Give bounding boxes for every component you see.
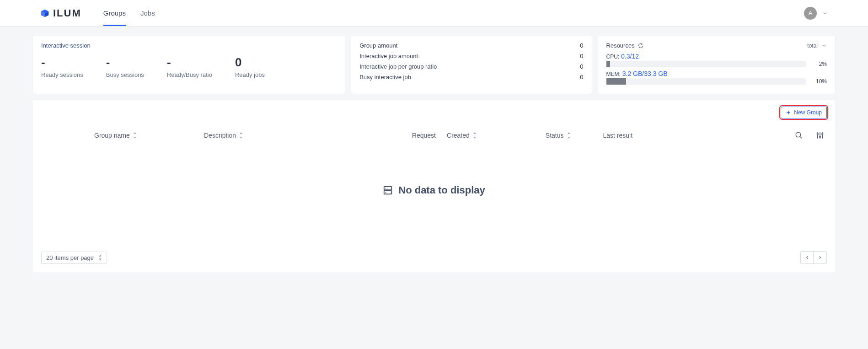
table-card: New Group Group name Description Request…: [33, 100, 835, 272]
stat-ready-jobs: 0 Ready jobs: [235, 55, 265, 78]
topbar: ILUM Groups Jobs A: [0, 0, 868, 27]
col-last-result: Last result: [603, 132, 633, 139]
content: Interactive session - Ready sessions - B…: [0, 27, 868, 281]
metric-busy-job: Busy interactive job0: [359, 74, 583, 81]
cpu-bar-fill: [606, 61, 611, 67]
logo-icon: [40, 9, 49, 18]
svg-rect-5: [384, 191, 392, 194]
table-actions: New Group: [41, 107, 827, 118]
metric-job-amount: Interactive job amount0: [359, 53, 583, 59]
stat-ready-sessions: - Ready sessions: [41, 55, 83, 78]
svg-point-6: [386, 188, 386, 189]
col-request: Request: [412, 132, 436, 139]
avatar[interactable]: A: [804, 7, 817, 20]
session-title: Interactive session: [41, 42, 337, 49]
metric-ratio: Interactive job per group ratio0: [359, 63, 583, 70]
col-created[interactable]: Created: [447, 132, 477, 139]
chevron-down-icon: [821, 43, 827, 48]
svg-point-3: [822, 134, 823, 135]
resources-scope-select[interactable]: total: [807, 43, 827, 49]
col-description[interactable]: Description: [204, 132, 323, 139]
col-group-name[interactable]: Group name: [94, 132, 204, 139]
sort-icon: [133, 132, 137, 139]
nav-tabs: Groups Jobs: [103, 0, 155, 26]
resources-header: Resources total: [606, 42, 827, 49]
settings-icon[interactable]: [816, 131, 824, 140]
svg-point-7: [386, 192, 386, 193]
table-header: Group name Description Request Created S…: [41, 131, 827, 143]
no-data: No data to display: [41, 143, 827, 237]
table-tools: [795, 131, 824, 140]
plus-icon: [786, 110, 791, 115]
svg-rect-4: [384, 187, 392, 190]
logo-text: ILUM: [53, 7, 81, 19]
sort-icon: [567, 132, 571, 139]
resource-cpu: CPU: 0.3/12 2%: [606, 53, 827, 67]
next-page-button[interactable]: [814, 252, 826, 263]
svg-point-2: [819, 136, 820, 138]
mem-bar-fill: [606, 78, 627, 85]
svg-point-1: [817, 134, 818, 135]
stat-ratio: - Ready/Busy ratio: [167, 55, 212, 78]
server-icon: [383, 185, 393, 195]
metrics-list: Group amount0 Interactive job amount0 In…: [359, 42, 583, 81]
session-card: Interactive session - Ready sessions - B…: [33, 36, 345, 94]
updown-icon: [98, 255, 102, 260]
chevron-left-icon: [805, 255, 809, 260]
metrics-card: Group amount0 Interactive job amount0 In…: [351, 36, 591, 94]
resources-card: Resources total CPU: 0.3/12 2% MEM: 3.2 …: [598, 36, 835, 94]
resources-title: Resources: [606, 42, 644, 49]
resource-mem: MEM: 3.2 GB/33.3 GB 10%: [606, 70, 827, 85]
prev-page-button[interactable]: [801, 252, 814, 263]
session-stats: - Ready sessions - Busy sessions - Ready…: [41, 55, 337, 78]
sort-icon: [472, 132, 477, 139]
tab-jobs[interactable]: Jobs: [140, 0, 155, 26]
pagination: [800, 251, 827, 264]
cpu-bar: [606, 61, 806, 67]
mem-bar: [606, 78, 806, 85]
chevron-right-icon: [818, 255, 822, 260]
col-status[interactable]: Status: [546, 132, 571, 139]
refresh-icon[interactable]: [638, 43, 644, 49]
topbar-right: A: [804, 7, 828, 20]
logo[interactable]: ILUM: [40, 7, 81, 19]
stat-busy-sessions: - Busy sessions: [106, 55, 144, 78]
page-size-select[interactable]: 20 items per page: [41, 252, 107, 264]
svg-point-0: [796, 132, 801, 137]
sort-icon: [239, 132, 243, 139]
metric-group-amount: Group amount0: [359, 42, 583, 49]
new-group-button[interactable]: New Group: [781, 107, 827, 118]
tab-groups[interactable]: Groups: [103, 0, 126, 26]
table-footer: 20 items per page: [41, 251, 827, 264]
search-icon[interactable]: [795, 131, 803, 140]
cards-row: Interactive session - Ready sessions - B…: [33, 36, 835, 94]
chevron-down-icon[interactable]: [822, 11, 828, 16]
